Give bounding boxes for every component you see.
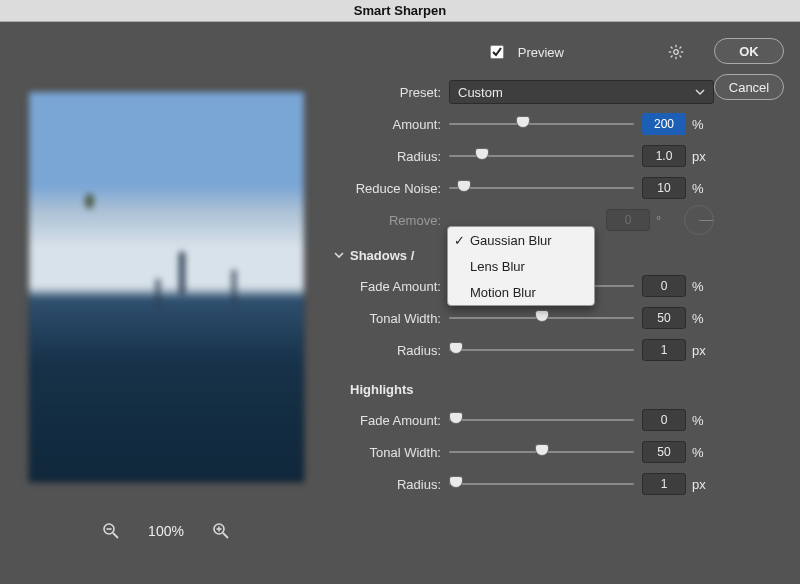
h-radius-slider[interactable] <box>449 472 634 496</box>
preset-select[interactable]: Custom <box>449 80 714 104</box>
s-tonal-slider[interactable] <box>449 306 634 330</box>
s-tonal-input[interactable]: 50 <box>642 307 686 329</box>
preview-checkbox[interactable] <box>490 45 504 59</box>
noise-unit: % <box>692 181 714 196</box>
amount-slider[interactable] <box>449 112 634 136</box>
dropdown-item-lens[interactable]: Lens Blur <box>448 253 594 279</box>
noise-input[interactable]: 10 <box>642 177 686 199</box>
s-radius-input[interactable]: 1 <box>642 339 686 361</box>
svg-line-1 <box>113 533 118 538</box>
amount-unit: % <box>692 117 714 132</box>
noise-label: Reduce Noise: <box>334 181 449 196</box>
s-radius-label: Radius: <box>334 343 449 358</box>
radius-input[interactable]: 1.0 <box>642 145 686 167</box>
svg-line-4 <box>223 533 228 538</box>
h-tonal-label: Tonal Width: <box>334 445 449 460</box>
h-fade-input[interactable]: 0 <box>642 409 686 431</box>
svg-line-12 <box>671 47 673 49</box>
s-fade-label: Fade Amount: <box>334 279 449 294</box>
radius-unit: px <box>692 149 714 164</box>
zoom-level: 100% <box>148 523 184 539</box>
chevron-down-icon[interactable] <box>334 248 344 263</box>
radius-slider[interactable] <box>449 144 634 168</box>
dropdown-item-motion[interactable]: Motion Blur <box>448 279 594 305</box>
svg-line-15 <box>671 56 673 58</box>
preview-label: Preview <box>518 45 564 60</box>
svg-line-14 <box>680 47 682 49</box>
angle-unit: ° <box>656 213 678 228</box>
zoom-in-icon[interactable] <box>212 522 230 540</box>
h-radius-label: Radius: <box>334 477 449 492</box>
zoom-out-icon[interactable] <box>102 522 120 540</box>
window-title: Smart Sharpen <box>0 0 800 22</box>
h-tonal-input[interactable]: 50 <box>642 441 686 463</box>
svg-line-13 <box>680 56 682 58</box>
highlights-section-title: Highlights <box>350 382 414 397</box>
angle-input[interactable]: 0 <box>606 209 650 231</box>
radius-label: Radius: <box>334 149 449 164</box>
noise-slider[interactable] <box>449 176 634 200</box>
h-tonal-slider[interactable] <box>449 440 634 464</box>
preset-label: Preset: <box>334 85 449 100</box>
h-fade-label: Fade Amount: <box>334 413 449 428</box>
chevron-down-icon <box>695 85 705 100</box>
h-radius-input[interactable]: 1 <box>642 473 686 495</box>
preset-value: Custom <box>458 85 503 100</box>
h-fade-slider[interactable] <box>449 408 634 432</box>
svg-point-7 <box>674 50 679 55</box>
amount-label: Amount: <box>334 117 449 132</box>
s-radius-slider[interactable] <box>449 338 634 362</box>
s-fade-input[interactable]: 0 <box>642 275 686 297</box>
shadows-section-title: Shadows / <box>350 248 414 263</box>
ok-button[interactable]: OK <box>714 38 784 64</box>
dropdown-item-gaussian[interactable]: ✓ Gaussian Blur <box>448 227 594 253</box>
angle-dial[interactable] <box>684 205 714 235</box>
amount-input[interactable]: 200 <box>642 113 686 135</box>
remove-dropdown[interactable]: ✓ Gaussian Blur Lens Blur Motion Blur <box>447 226 595 306</box>
preview-image <box>29 92 304 482</box>
cancel-button[interactable]: Cancel <box>714 74 784 100</box>
s-tonal-label: Tonal Width: <box>334 311 449 326</box>
remove-label: Remove: <box>334 213 449 228</box>
gear-icon[interactable] <box>668 44 684 60</box>
check-icon: ✓ <box>454 233 465 248</box>
